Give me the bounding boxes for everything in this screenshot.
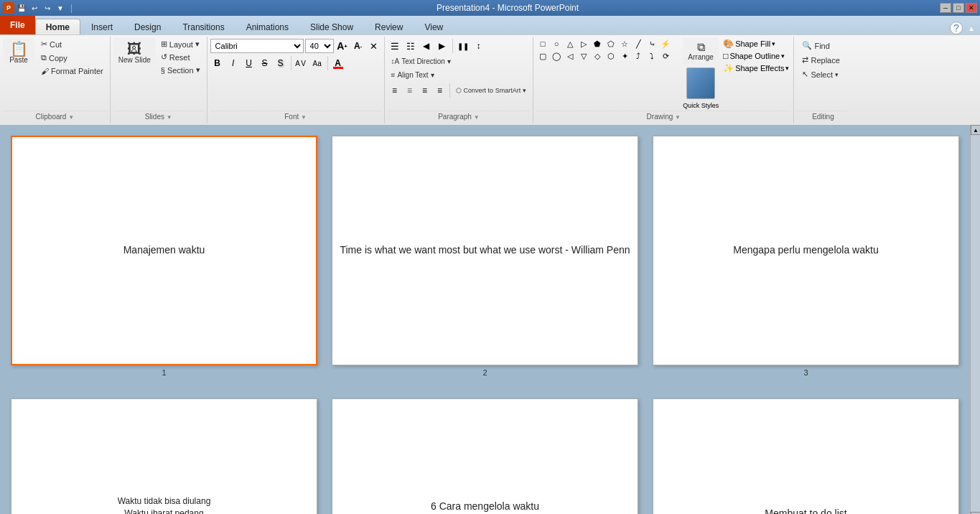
slide-5[interactable]: 6 Cara mengelola waktu dengan efektif [332,398,638,514]
shape-curve1[interactable]: ⤴ [632,50,645,62]
drawing-group: □ ○ △ ▷ ⬟ ⬠ ☆ ╱ ⤷ ⚡ ▢ ◯ ◁ ▽ ◇ ⬡ ✦ [533,37,794,123]
slide-1-text: Manajemen waktu [116,236,213,265]
drawing-expand-icon[interactable]: ▼ [675,114,681,121]
paste-button[interactable]: 📋 Paste [3,38,34,67]
center-button[interactable]: ≡ [403,83,417,98]
decrease-font-size-button[interactable]: A- [351,39,365,53]
clear-formatting-button[interactable]: ✕ [367,39,381,53]
font-name-selector[interactable]: Calibri [210,39,304,53]
minimize-button[interactable]: ─ [940,3,951,13]
shape-oval[interactable]: ○ [550,38,563,50]
increase-indent-button[interactable]: ▶ [435,39,449,53]
align-text-button[interactable]: ≡ Align Text ▾ [388,70,438,80]
font-color-button[interactable]: A [331,56,345,70]
copy-button[interactable]: ⧉ Copy [37,52,107,64]
close-button[interactable]: ✕ [966,3,977,13]
find-button[interactable]: 🔍 Find [798,39,833,52]
quick-styles-button[interactable] [686,67,715,99]
shape-lightning[interactable]: ⚡ [659,38,672,50]
arrange-button[interactable]: ⧉ Arrange [683,38,719,65]
tab-review[interactable]: Review [364,19,414,34]
clipboard-expand-icon[interactable]: ▼ [68,114,74,121]
line-spacing-button[interactable]: ↕ [472,39,486,53]
format-painter-button[interactable]: 🖌 Format Painter [37,65,107,77]
italic-button[interactable]: I [226,56,241,70]
slide-1[interactable]: Manajemen waktu [11,136,317,365]
shape-rectangle[interactable]: □ [536,38,549,50]
text-shadow-button[interactable]: S [274,56,288,70]
tab-home[interactable]: Home [35,19,80,34]
new-slide-button[interactable]: 🖼 New Slide [113,38,156,67]
shape-curve2[interactable]: ⤵ [645,50,658,62]
shape-triangle[interactable]: △ [564,38,577,50]
font-expand-icon[interactable]: ▼ [301,114,307,121]
undo-button[interactable]: ↩ [29,2,40,14]
scroll-up-button[interactable]: ▲ [971,125,980,135]
shape-dtriangle[interactable]: ▽ [577,50,590,62]
save-button[interactable]: 💾 [16,2,27,14]
shape-circle[interactable]: ◯ [550,50,563,62]
align-right-button[interactable]: ≡ [418,83,432,98]
layout-button[interactable]: ⊞ Layout ▾ [157,38,204,50]
shape-pentagon[interactable]: ⬟ [591,38,604,50]
vertical-scrollbar[interactable]: ▲ ▼ [970,125,980,514]
columns-button[interactable]: ❚❚ [456,39,470,53]
shape-effects-icon: ✨ [723,63,734,73]
font-size-selector[interactable]: 40 [305,39,334,53]
tab-animations[interactable]: Animations [235,19,299,34]
shape-rtriangle[interactable]: ◁ [564,50,577,62]
customize-qa-button[interactable]: ▼ [55,2,66,14]
align-left-button[interactable]: ≡ [388,83,402,98]
increase-font-size-button[interactable]: A+ [335,39,350,53]
tab-design[interactable]: Design [123,19,172,34]
bullet-list-button[interactable]: ☰ [388,39,402,53]
slide-4[interactable]: Waktu tidak bisa diulang Waktu ibarat pe… [11,398,317,514]
quick-access-toolbar: 💾 ↩ ↪ ▼ | [16,2,75,14]
text-direction-button[interactable]: ↕A Text Direction ▾ [388,56,454,67]
shape-line[interactable]: ╱ [632,38,645,50]
strikethrough-button[interactable]: S [258,56,272,70]
shape-star[interactable]: ☆ [618,38,631,50]
shape-fill-button[interactable]: 🎨 Shape Fill ▾ [722,38,790,50]
justify-button[interactable]: ≡ [433,83,447,98]
paragraph-expand-icon[interactable]: ▼ [474,114,480,121]
char-spacing-button[interactable]: AV [294,56,309,70]
minimize-ribbon-button[interactable]: ▲ [966,22,977,34]
shape-outline-icon: □ [723,51,728,61]
shape-hexagon[interactable]: ⬠ [605,38,617,50]
decrease-indent-button[interactable]: ◀ [419,39,434,53]
shape-arrow-right[interactable]: ▷ [577,38,590,50]
shape-diamond[interactable]: ◇ [591,50,604,62]
section-button[interactable]: § Section ▾ [157,64,204,76]
tab-file[interactable]: File [0,16,35,34]
slides-expand-icon[interactable]: ▼ [167,114,172,121]
tab-slideshow[interactable]: Slide Show [299,19,364,34]
shape-rounded-rect[interactable]: ▢ [536,50,549,62]
bold-button[interactable]: B [210,56,225,70]
shape-hex2[interactable]: ⬡ [605,50,617,62]
shape-star4[interactable]: ✦ [618,50,631,62]
slide-6[interactable]: Membuat to do list Drag the cursor aroun… [653,398,959,514]
shape-connector[interactable]: ⤷ [645,38,658,50]
tab-insert[interactable]: Insert [80,19,123,34]
numbered-list-button[interactable]: ☷ [403,39,418,53]
tab-view[interactable]: View [414,19,454,34]
change-case-button[interactable]: Aa [310,56,325,70]
restore-button[interactable]: □ [953,3,964,13]
shape-rotate[interactable]: ⟳ [659,50,672,62]
cut-button[interactable]: ✂ Cut [37,38,107,50]
select-button[interactable]: ↖ Select ▾ [798,68,842,80]
shape-outline-button[interactable]: □ Shape Outline ▾ [722,50,790,62]
slide-3[interactable]: Mengapa perlu mengelola waktu [653,136,959,365]
section-icon: § [161,66,165,75]
reset-button[interactable]: ↺ Reset [157,51,204,63]
help-icon[interactable]: ? [950,22,963,34]
redo-button[interactable]: ↪ [42,2,53,14]
convert-smartart-button[interactable]: ⬡ Convert to SmartArt ▾ [452,85,531,95]
smartart-icon: ⬡ [456,87,462,94]
shape-effects-button[interactable]: ✨ Shape Effects ▾ [722,62,790,74]
slide-2[interactable]: Time is what we want most but what we us… [332,136,638,365]
replace-button[interactable]: ⇄ Replace [798,54,843,66]
underline-button[interactable]: U [242,56,256,70]
tab-transitions[interactable]: Transitions [172,19,235,34]
